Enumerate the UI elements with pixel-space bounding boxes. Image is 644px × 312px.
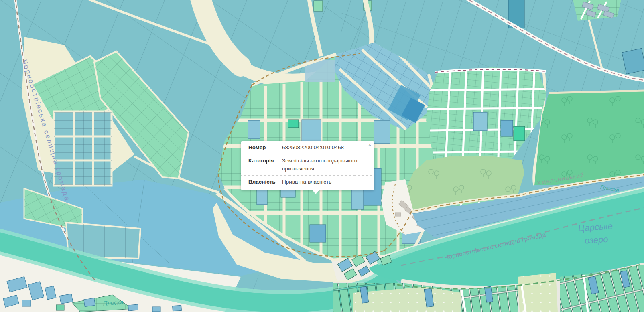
popup-row-label: Категорія [248,157,282,173]
forest-large[interactable] [534,90,644,185]
popup-row-value: 6825082200:04:010:0468 [282,144,369,152]
popup-row-ownership: Власність Приватна власність [241,175,374,188]
popup-row-label: Власність [248,178,282,186]
popup-close-button[interactable]: × [368,142,371,147]
popup-row-value: Землі сільськогосподарського призначення [282,157,369,173]
parcel-info-popup: × Номер 6825082200:04:010:0468 Категорія… [241,141,374,190]
popup-row-label: Номер [248,144,282,152]
popup-row-value: Приватна власність [282,178,369,186]
map-viewport[interactable]: Чорноострівська селищна громада Чорноост… [0,0,644,312]
popup-row-number: Номер 6825082200:04:010:0468 [241,141,374,154]
popup-row-category: Категорія Землі сільськогосподарського п… [241,154,374,175]
